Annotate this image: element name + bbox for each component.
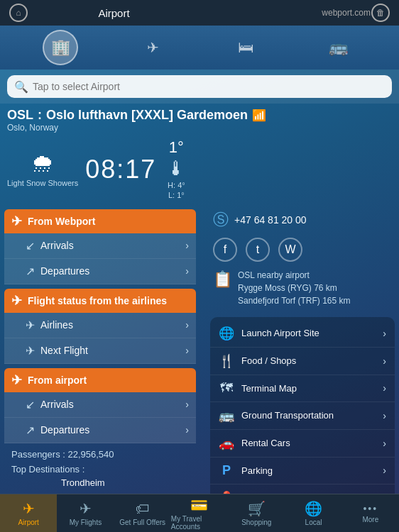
from-airport-icon: ✈ [11, 372, 22, 388]
car-nav-icon: 🚌 [329, 38, 348, 57]
home-icon: ⌂ [16, 8, 21, 18]
terminal-map-label: Terminal Map [241, 383, 297, 394]
webport-label: webport.com [200, 8, 371, 18]
chevron-icon-3: › [185, 319, 189, 331]
nearby-icon: 📋 [213, 270, 232, 289]
phone-row: Ⓢ +47 64 81 20 00 [210, 205, 395, 235]
next-flight-row[interactable]: ✈ Next Flight › [4, 338, 196, 364]
nav-hotel-btn[interactable]: 🛏 [228, 30, 263, 65]
airport-name: OSL : Oslo lufthavn [XXXL] Gardemoen 📶 [7, 108, 392, 123]
airlines-row[interactable]: ✈ Airlines › [4, 313, 196, 338]
airport-separator: : [38, 108, 42, 123]
thermometer-icon: 🌡 [166, 157, 186, 180]
tab-bar: ✈ Airport ✈ My Flights 🏷 Get Full Offers… [0, 494, 399, 532]
phone-number: +47 64 81 20 00 [234, 214, 307, 226]
parking-icon: P [219, 463, 234, 478]
weather-time-row: 🌨 Light Snow Showers 08:17 1° 🌡 H: 4° L:… [0, 135, 399, 204]
tab-shopping[interactable]: 🛒 Shopping [228, 494, 285, 532]
passengers-row: Passengers : 22,956,540 [4, 443, 196, 462]
nearby-title: OSL nearby airport [238, 269, 351, 282]
tab-travel-accounts[interactable]: 💳 My Travel Accounts [171, 494, 228, 532]
service-parking[interactable]: P Parking › [210, 458, 395, 484]
search-input[interactable] [33, 81, 385, 92]
skype-icon: Ⓢ [213, 209, 229, 231]
destinations-label: Top Destinations : [4, 462, 196, 476]
chevron-icon-1: › [185, 240, 189, 251]
nearby-1: Rygge Moss (RYG) 76 km [238, 282, 351, 294]
weather-label: Light Snow Showers [7, 179, 78, 187]
tab-local-label: Local [305, 519, 322, 526]
tab-my-flights[interactable]: ✈ My Flights [57, 494, 114, 532]
nav-car-btn[interactable]: 🚌 [321, 30, 356, 65]
food-shops-icon: 🍴 [219, 353, 234, 369]
rental-cars-label: Rental Cars [241, 438, 290, 448]
left-column: ✈ From Webport ↙ Arrivals › ↗ Departures… [4, 205, 196, 532]
twitter-icon: t [256, 243, 259, 256]
tab-airport-icon: ✈ [23, 500, 35, 517]
airport-code-name: OSL [7, 108, 33, 123]
temp-lo: L: 1° [168, 190, 185, 200]
nearby-text: OSL nearby airport Rygge Moss (RYG) 76 k… [238, 269, 351, 307]
webport-arrivals-row[interactable]: ↙ Arrivals › [4, 233, 196, 259]
trash-icon-btn[interactable]: 🗑 [371, 3, 390, 23]
nearby-2: Sandefjord Torf (TRF) 165 km [238, 294, 351, 307]
parking-label: Parking [241, 465, 273, 476]
service-rental-cars[interactable]: 🚗 Rental Cars › [210, 430, 395, 458]
social-row: f t W [210, 235, 395, 265]
tab-airport[interactable]: ✈ Airport [0, 494, 57, 532]
airport-departures-label: Departures [40, 424, 89, 436]
search-bar: 🔍 [7, 75, 392, 98]
tab-travel-label: My Travel Accounts [171, 515, 228, 531]
chevron-service-2: › [383, 355, 386, 367]
arrivals-icon-1: ↙ [26, 239, 35, 253]
hotel-nav-icon: 🛏 [238, 38, 253, 57]
chevron-service-1: › [383, 328, 386, 339]
tab-offers-label: Get Full Offers [119, 519, 165, 526]
time-display: 08:17 [85, 155, 156, 184]
from-airport-label: From airport [28, 375, 87, 386]
next-flight-label: Next Flight [40, 345, 88, 356]
facebook-btn[interactable]: f [213, 238, 237, 262]
service-ground-transport[interactable]: 🚌 Ground Transportation › [210, 402, 395, 430]
search-icon: 🔍 [14, 80, 28, 94]
airlines-label: Airlines [40, 319, 73, 331]
service-launch-airport[interactable]: 🌐 Launch Airport Site › [210, 320, 395, 348]
weather-icon: 🌨 [31, 151, 54, 177]
launch-airport-icon: 🌐 [219, 326, 234, 341]
ground-transport-icon: 🚌 [219, 408, 234, 423]
service-terminal-map[interactable]: 🗺 Terminal Map › [210, 375, 395, 402]
ground-transport-label: Ground Transportation [241, 410, 334, 421]
from-airport-header: ✈ From airport [4, 368, 196, 392]
terminal-map-icon: 🗺 [219, 381, 234, 396]
flight-status-header: ✈ Flight status from the airlines [4, 289, 196, 313]
tab-get-full-offers[interactable]: 🏷 Get Full Offers [114, 494, 171, 532]
wikipedia-icon: W [285, 243, 295, 256]
airport-arrivals-label: Arrivals [40, 399, 74, 410]
airport-header: OSL : Oslo lufthavn [XXXL] Gardemoen 📶 O… [0, 104, 399, 135]
home-icon-btn[interactable]: ⌂ [9, 3, 28, 23]
tab-airport-label: Airport [18, 519, 38, 526]
passengers-label: Passengers : [11, 449, 65, 460]
service-food-shops[interactable]: 🍴 Food / Shops › [210, 348, 395, 375]
tab-more[interactable]: ••• More [342, 494, 399, 532]
departures-icon-1: ↗ [26, 265, 35, 278]
tab-local[interactable]: 🌐 Local [285, 494, 341, 532]
main-content: ✈ From Webport ↙ Arrivals › ↗ Departures… [0, 205, 399, 532]
airlines-icon: ✈ [26, 318, 35, 332]
next-flight-icon: ✈ [26, 344, 35, 358]
airport-arrivals-row[interactable]: ↙ Arrivals › [4, 392, 196, 418]
food-shops-label: Food / Shops [241, 355, 296, 366]
nav-airport-btn[interactable]: 🏢 [43, 30, 78, 65]
chevron-service-4: › [383, 410, 386, 421]
passengers-value: 22,956,540 [68, 449, 114, 460]
webport-departures-row[interactable]: ↗ Departures › [4, 259, 196, 284]
temp-block: 1° 🌡 H: 4° L: 1° [166, 138, 186, 201]
twitter-btn[interactable]: t [246, 238, 270, 262]
airport-departures-row[interactable]: ↗ Departures › [4, 418, 196, 443]
flight-status-icon: ✈ [11, 293, 22, 309]
wifi-icon: 📶 [252, 109, 266, 122]
arrivals-icon-2: ↙ [26, 398, 35, 411]
tab-flights-label: My Flights [70, 519, 102, 526]
wikipedia-btn[interactable]: W [278, 238, 302, 262]
nav-send-btn[interactable]: ✈ [136, 30, 171, 65]
